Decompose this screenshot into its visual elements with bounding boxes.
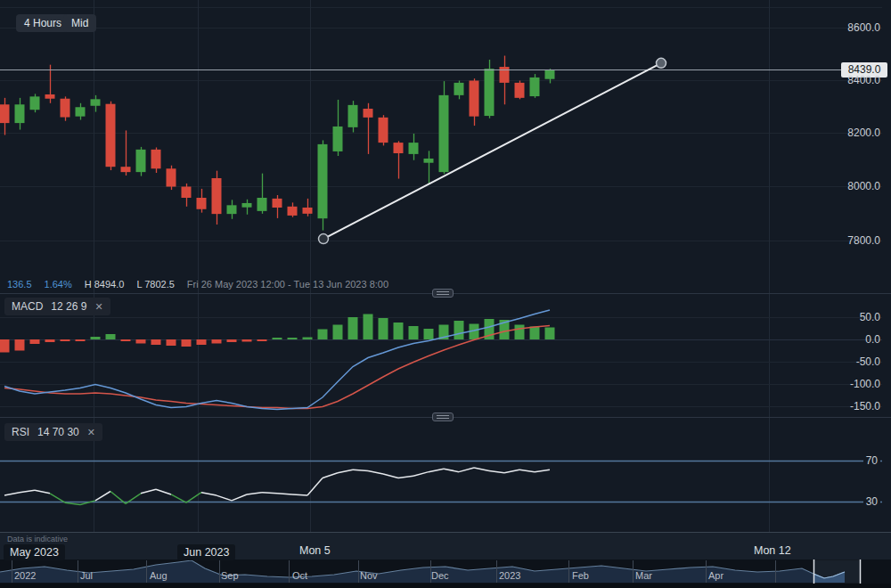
macd-histogram-bar <box>167 339 176 346</box>
timeframe-button[interactable]: 4 Hours <box>16 14 69 32</box>
candle-body <box>485 69 495 116</box>
price-type-label: Mid <box>63 14 96 32</box>
rsi-line-segment <box>383 474 398 478</box>
candle-body <box>288 207 298 216</box>
macd-axis-tick: 50.0 <box>827 311 880 323</box>
macd-pane-resize-handle[interactable] <box>432 289 454 298</box>
candle-body <box>424 159 434 163</box>
macd-series <box>0 310 555 410</box>
macd-histogram-bar <box>379 318 388 339</box>
macd-line <box>4 310 550 410</box>
rsi-title: RSI <box>12 426 29 438</box>
macd-histogram-bar <box>0 339 10 353</box>
macd-histogram-bar <box>424 329 434 339</box>
macd-histogram-bar <box>45 339 55 342</box>
rsi-line-segment <box>519 470 535 471</box>
candle-body <box>364 109 373 118</box>
rsi-line-segment <box>201 493 217 495</box>
macd-axis-tick: -50.0 <box>827 355 880 368</box>
rsi-line-segment <box>277 494 292 494</box>
price-axis-tick: 8600.0 <box>827 21 880 34</box>
candle-body <box>454 83 464 95</box>
rsi-close-icon[interactable]: ✕ <box>87 426 95 438</box>
candle-body <box>76 107 86 116</box>
macd-histogram-bar <box>227 339 237 342</box>
navigator-month-label: Apr <box>708 570 723 581</box>
candle-body <box>30 96 40 110</box>
navigator-month-label: Sep <box>221 570 239 581</box>
macd-histogram-bar <box>106 334 116 339</box>
trend-line-end-handle[interactable] <box>657 58 666 68</box>
macd-histogram-bar <box>15 339 25 351</box>
candle-body <box>500 67 510 83</box>
rsi-line-segment <box>489 471 504 473</box>
macd-histogram-bar <box>394 323 404 339</box>
macd-histogram-bar <box>273 338 282 339</box>
time-axis-label: Mon 5 <box>299 544 331 557</box>
candle-body <box>197 198 207 209</box>
macd-axis-tick: -100.0 <box>827 378 880 390</box>
candle-body <box>0 104 10 123</box>
candle-body <box>167 168 176 186</box>
candle-body <box>273 199 282 208</box>
date-range: Fri 26 May 2023 12:00 - Tue 13 Jun 2023 … <box>187 279 388 290</box>
rsi-series <box>0 461 882 505</box>
session-low: L 7802.5 <box>136 279 174 290</box>
candle-body <box>515 83 525 98</box>
candlestick-series <box>0 56 555 231</box>
macd-params: 12 26 9 <box>51 300 86 313</box>
rsi-line-segment <box>413 472 429 477</box>
change-value: 136.5 <box>7 279 32 290</box>
price-type-button[interactable]: Mid <box>63 14 96 32</box>
rsi-axis-tick-label: 70 <box>863 454 880 467</box>
price-axis-tick: 8200.0 <box>827 127 880 139</box>
macd-histogram-bar <box>61 339 70 341</box>
rsi-line-segment <box>156 489 171 494</box>
rsi-line-segment <box>368 471 383 474</box>
macd-histogram-bar <box>348 317 358 339</box>
macd-histogram-bar <box>288 338 298 339</box>
navigator-month-label: Jul <box>80 570 93 581</box>
time-axis-label: Jun 2023 <box>177 544 235 560</box>
timeframe-label: 4 Hours <box>16 14 69 32</box>
rsi-line-segment <box>262 493 277 494</box>
rsi-line-segment <box>35 490 50 493</box>
macd-axis-tick: -150.0 <box>827 400 880 412</box>
rsi-line-segment <box>95 492 110 501</box>
macd-histogram-bar <box>91 337 101 339</box>
rsi-indicator-chip: RSI 14 70 30 ✕ <box>4 423 102 441</box>
navigator-month-label: 2022 <box>14 570 36 581</box>
rsi-line-segment <box>459 468 474 472</box>
rsi-line-segment <box>398 476 413 478</box>
candle-body <box>45 94 55 99</box>
candle-body <box>545 70 555 79</box>
candle-body <box>257 198 267 211</box>
rsi-line-segment <box>4 493 20 495</box>
macd-histogram-bar <box>333 325 343 340</box>
rsi-line-segment <box>444 469 459 471</box>
rsi-line-segment <box>474 468 489 470</box>
rsi-line-segment <box>141 489 156 494</box>
rsi-params: 14 70 30 <box>37 426 79 438</box>
navigator-month-label: Oct <box>292 570 307 581</box>
time-axis-label: Mon 12 <box>754 544 791 557</box>
macd-histogram-bar <box>182 339 192 347</box>
rsi-pane-resize-handle[interactable] <box>432 412 454 421</box>
rsi-axis-tick-label: 30 <box>863 495 880 508</box>
candle-body <box>242 203 252 208</box>
macd-histogram-bar <box>303 338 313 340</box>
navigator-month-label: Nov <box>360 570 378 581</box>
macd-histogram-bar <box>545 328 555 340</box>
macd-close-icon[interactable]: ✕ <box>94 300 102 313</box>
candle-body <box>151 150 161 168</box>
ohlc-info-bar: 136.5 1.64% H 8494.0 L 7802.5 Fri 26 May… <box>7 279 401 290</box>
macd-histogram-bar <box>409 326 419 339</box>
rsi-line-segment <box>307 478 323 496</box>
macd-histogram-bar <box>151 339 161 345</box>
macd-histogram-bar <box>242 339 252 342</box>
navigator-month-label: Aug <box>150 570 168 581</box>
candle-body <box>348 105 358 127</box>
trend-line-start-handle[interactable] <box>319 234 329 244</box>
candle-body <box>182 187 192 198</box>
macd-histogram-bar <box>30 339 40 344</box>
